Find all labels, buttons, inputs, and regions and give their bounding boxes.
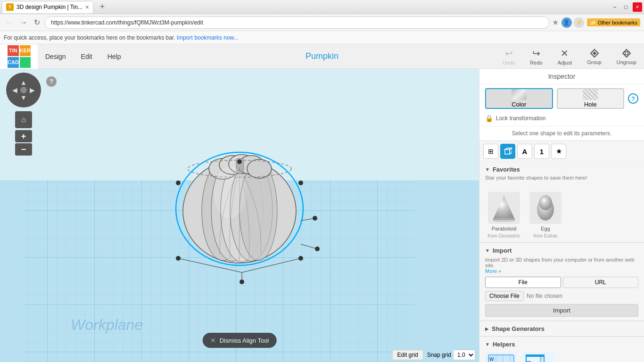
adjust-btn[interactable]: ✕ Adjust bbox=[550, 44, 580, 68]
group-btn[interactable]: Group bbox=[579, 44, 609, 68]
refresh-btn[interactable]: ↻ bbox=[32, 17, 42, 28]
zoom-out-btn[interactable]: − bbox=[15, 143, 32, 156]
shape-gen-title: Shape Generators bbox=[492, 325, 545, 332]
menu-help[interactable]: Help bbox=[100, 44, 129, 68]
zoom-controls: + − bbox=[15, 130, 32, 156]
nav-down[interactable]: ▼ bbox=[20, 94, 27, 101]
paraboloid-card[interactable]: Paraboloid from Geometric bbox=[485, 192, 523, 239]
shape-gen-header[interactable]: ▶ Shape Generators bbox=[485, 325, 638, 332]
tabs-container: T 3D design Pumpkin | Tin... × + bbox=[2, 1, 109, 13]
file-tab-btn[interactable]: File bbox=[485, 277, 561, 288]
help-btn[interactable]: ? bbox=[46, 76, 57, 87]
hole-pattern bbox=[583, 89, 598, 100]
menu-design[interactable]: Design bbox=[38, 44, 74, 68]
minimize-btn[interactable]: − bbox=[610, 2, 619, 12]
left-panel: ▲ ▼ ◀ ▶ ? ⌂ + − bbox=[0, 69, 47, 159]
extensions-btn[interactable]: ⚡ bbox=[574, 17, 584, 28]
svg-marker-2 bbox=[623, 49, 630, 57]
bookmarks-bar: For quick access, place your bookmarks h… bbox=[0, 31, 644, 44]
home-view-btn[interactable]: ⌂ bbox=[15, 111, 32, 128]
egg-card[interactable]: Egg from Extras bbox=[527, 192, 564, 239]
choose-file-btn[interactable]: Choose File bbox=[485, 291, 524, 301]
egg-shape bbox=[535, 194, 556, 222]
viewport[interactable]: Workplane ✕ Dismiss Align Tool Edit grid… bbox=[0, 69, 479, 362]
svg-line-34 bbox=[301, 244, 317, 249]
group-label: Group bbox=[587, 59, 602, 65]
main-area: ▲ ▼ ◀ ▶ ? ⌂ + − bbox=[0, 69, 644, 362]
import-type-btns: File URL bbox=[485, 277, 638, 288]
shape-generators-section: ▶ Shape Generators bbox=[479, 321, 644, 336]
3d-view-btn[interactable] bbox=[500, 144, 515, 159]
close-btn[interactable]: × bbox=[633, 2, 642, 12]
color-btn[interactable]: Color bbox=[485, 88, 553, 109]
star-view-btn[interactable]: ★ bbox=[551, 144, 566, 159]
new-tab-btn[interactable]: + bbox=[95, 1, 109, 13]
other-bookmarks-btn[interactable]: 📁 Other bookmarks bbox=[587, 18, 640, 26]
workplane-card[interactable]: W Workolane bbox=[485, 352, 517, 362]
paraboloid-img bbox=[488, 192, 520, 224]
url-input[interactable] bbox=[45, 16, 549, 29]
tab-favicon: T bbox=[6, 3, 14, 11]
dismiss-x-icon: ✕ bbox=[210, 337, 216, 344]
dismiss-align-tool-banner[interactable]: ✕ Dismiss Align Tool bbox=[203, 333, 277, 348]
letter-view-btn[interactable]: A bbox=[517, 144, 532, 159]
ruler-card[interactable]: mm Ruler bbox=[523, 352, 555, 362]
helper-cards: W Workolane bbox=[485, 352, 638, 362]
import-more-link[interactable]: More » bbox=[485, 268, 501, 274]
zoom-in-btn[interactable]: + bbox=[15, 130, 32, 142]
hole-btn[interactable]: Hole bbox=[557, 88, 625, 109]
select-hint: Select one shape to edit its parameters. bbox=[479, 126, 644, 140]
right-panel: Inspector Color Hole ? 🔒 Lock transforma… bbox=[479, 69, 644, 362]
grid-view-btn[interactable]: ⊞ bbox=[483, 144, 498, 159]
svg-marker-1 bbox=[593, 51, 596, 55]
nav-arrows: ▲ ▼ ◀ ▶ bbox=[14, 81, 33, 99]
ungroup-label: Ungroup bbox=[617, 59, 636, 65]
edit-grid-btn[interactable]: Edit grid bbox=[392, 350, 423, 360]
group-icon bbox=[589, 48, 600, 58]
browser-tab[interactable]: T 3D design Pumpkin | Tin... × bbox=[2, 1, 93, 13]
project-title: Pumpkin bbox=[305, 51, 339, 61]
shape-gen-arrow-icon: ▶ bbox=[485, 326, 489, 331]
ungroup-btn[interactable]: Ungroup bbox=[609, 44, 644, 68]
inspector-help-btn[interactable]: ? bbox=[628, 93, 638, 104]
nav-up[interactable]: ▲ bbox=[20, 79, 27, 86]
tab-close-btn[interactable]: × bbox=[85, 3, 89, 11]
helpers-header: ▼ Helpers bbox=[485, 341, 638, 348]
undo-btn[interactable]: ↩ Undo bbox=[495, 44, 522, 68]
redo-btn[interactable]: ↪ Redo bbox=[522, 44, 550, 68]
nav-right[interactable]: ▶ bbox=[30, 86, 35, 94]
svg-point-42 bbox=[539, 195, 552, 210]
maximize-btn[interactable]: □ bbox=[621, 2, 631, 12]
dismiss-label: Dismiss Align Tool bbox=[220, 337, 269, 344]
import-submit-btn[interactable]: Import bbox=[485, 304, 638, 317]
adjust-icon: ✕ bbox=[561, 48, 569, 59]
inspector-title: Inspector bbox=[479, 69, 644, 84]
inspector-color-row: Color Hole ? bbox=[479, 84, 644, 113]
window-controls: − □ × bbox=[610, 2, 642, 12]
lock-label: Lock transformation bbox=[496, 115, 545, 122]
svg-rect-3 bbox=[625, 52, 628, 55]
paraboloid-shape bbox=[491, 194, 517, 222]
tinkercad-logo: TIN KER CAD bbox=[0, 44, 38, 69]
import-desc: Import 2D or 3D shapes from your compute… bbox=[485, 257, 638, 274]
profile-btn[interactable]: 👤 bbox=[561, 17, 572, 28]
redo-icon: ↪ bbox=[532, 48, 540, 59]
snap-grid-select[interactable]: 1.0 bbox=[453, 350, 475, 360]
bookmark-star[interactable]: ★ bbox=[552, 18, 559, 27]
egg-name: Egg bbox=[541, 226, 550, 231]
helpers-section: ▼ Helpers bbox=[479, 337, 644, 362]
toolbar: ↩ Undo ↪ Redo ✕ Adjust Group Ungroup bbox=[495, 44, 644, 68]
nav-left[interactable]: ◀ bbox=[12, 86, 17, 94]
undo-icon: ↩ bbox=[505, 48, 513, 59]
orbit-control[interactable]: ▲ ▼ ◀ ▶ bbox=[6, 73, 41, 107]
number-view-btn[interactable]: 1 bbox=[534, 144, 549, 159]
favorites-title: Favorites bbox=[493, 166, 520, 173]
back-btn[interactable]: ← bbox=[4, 17, 15, 28]
forward-btn[interactable]: → bbox=[18, 17, 29, 28]
menu-edit[interactable]: Edit bbox=[74, 44, 100, 68]
favorites-arrow-icon: ▼ bbox=[485, 167, 490, 172]
import-bookmarks-link[interactable]: Import bookmarks now... bbox=[177, 34, 239, 41]
url-tab-btn[interactable]: URL bbox=[563, 277, 639, 288]
svg-marker-39 bbox=[493, 196, 515, 220]
helpers-arrow-icon: ▼ bbox=[485, 342, 490, 347]
